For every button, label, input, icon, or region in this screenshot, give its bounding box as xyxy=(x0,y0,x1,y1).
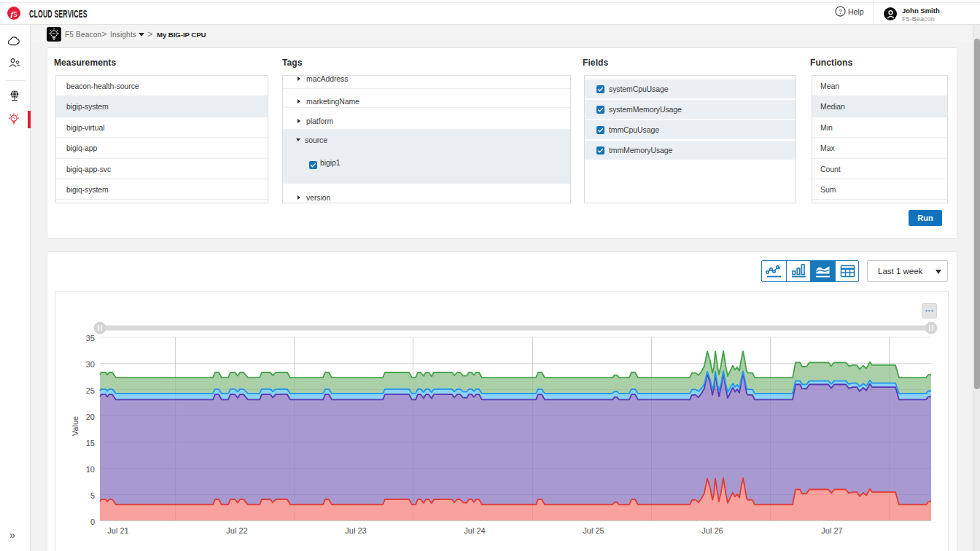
svg-text:15: 15 xyxy=(86,439,95,448)
svg-text:Jul 22: Jul 22 xyxy=(226,526,247,535)
svg-text:10: 10 xyxy=(86,465,95,474)
svg-text:20: 20 xyxy=(86,413,95,421)
svg-text:Value: Value xyxy=(71,416,79,436)
svg-text:25: 25 xyxy=(86,386,95,395)
svg-text:5: 5 xyxy=(90,491,95,500)
svg-text:35: 35 xyxy=(86,334,95,343)
svg-text:5: 5 xyxy=(14,10,18,18)
svg-text:Jul 27: Jul 27 xyxy=(821,526,842,535)
svg-text:30: 30 xyxy=(86,360,95,369)
svg-text:Jul 21: Jul 21 xyxy=(107,526,128,535)
svg-text:0: 0 xyxy=(90,517,95,526)
svg-text:?: ? xyxy=(839,8,842,15)
svg-text:Jul 23: Jul 23 xyxy=(345,526,366,535)
svg-text:Jul 25: Jul 25 xyxy=(583,526,604,535)
svg-text:Jul 26: Jul 26 xyxy=(701,526,723,535)
svg-text:Jul 24: Jul 24 xyxy=(464,526,485,535)
